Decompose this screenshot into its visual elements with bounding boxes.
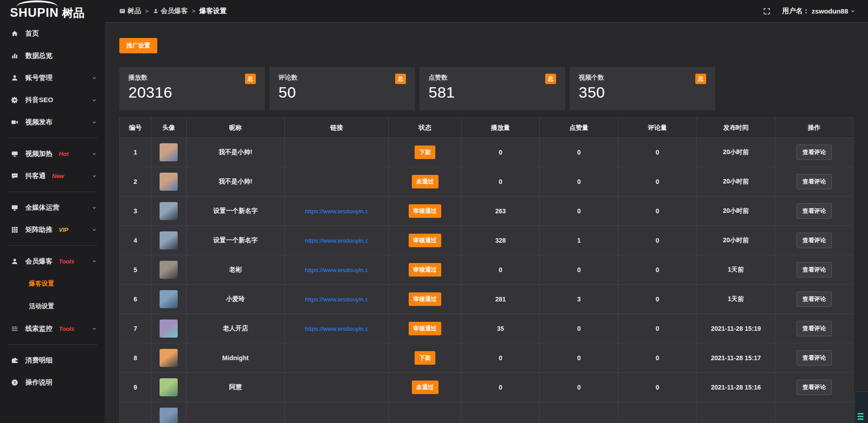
column-header-4: 状态 bbox=[389, 118, 462, 137]
cell-likes: 3 bbox=[540, 285, 618, 314]
chevron-down-icon bbox=[92, 151, 97, 156]
status-badge[interactable]: 未通过 bbox=[412, 381, 439, 394]
cell-avatar bbox=[151, 255, 187, 284]
cell-avatar bbox=[151, 226, 187, 255]
table-row-4: 4设置一个新名字https://www.iesdouyin.c审核通过32810… bbox=[120, 226, 853, 255]
status-badge[interactable]: 未通过 bbox=[412, 175, 439, 188]
video-link[interactable]: https://www.iesdouyin.c bbox=[305, 237, 368, 244]
view-comments-button[interactable]: 查看评论 bbox=[797, 350, 832, 366]
sidebar-item-member-baoke[interactable]: 会员爆客Tools bbox=[0, 250, 105, 273]
cell-plays: 0 bbox=[462, 343, 540, 372]
cell-likes: 1 bbox=[540, 226, 618, 255]
monitor-icon bbox=[11, 150, 19, 158]
cell-avatar bbox=[151, 285, 187, 314]
status-badge[interactable]: 审核通过 bbox=[409, 322, 441, 335]
fullscreen-icon[interactable] bbox=[763, 8, 770, 15]
sidebar-item-account-management[interactable]: 账号管理 bbox=[0, 67, 105, 89]
view-comments-button[interactable]: 查看评论 bbox=[797, 174, 832, 189]
sidebar-item-matrix-boost[interactable]: 矩阵助推VIP bbox=[0, 219, 105, 241]
app-logo[interactable]: SHUPIN 树品 bbox=[0, 0, 105, 23]
video-link[interactable]: https://www.iesdouyin.c bbox=[305, 325, 368, 332]
sidebar-item-data-overview[interactable]: 数据总览 bbox=[0, 45, 105, 67]
widget-bar bbox=[858, 416, 863, 417]
status-badge[interactable]: 审核通过 bbox=[409, 263, 441, 277]
cell-nickname: Midnight bbox=[187, 343, 285, 372]
sidebar-item-tag: Hot bbox=[59, 150, 69, 157]
stat-value: 50 bbox=[278, 84, 406, 101]
cell-plays: 263 bbox=[462, 197, 540, 226]
sidebar-item-media-operation[interactable]: 全媒体运营 bbox=[0, 197, 105, 219]
cell-avatar bbox=[151, 402, 187, 423]
cell-link: https://www.iesdouyin.c bbox=[285, 314, 389, 343]
sidebar-divider bbox=[7, 344, 98, 345]
sidebar-item-clue-monitor[interactable]: 线索监控Tools bbox=[0, 318, 105, 340]
view-comments-button[interactable]: 查看评论 bbox=[797, 145, 832, 160]
table-row-6: 6小爱玲https://www.iesdouyin.c审核通过281301天前查… bbox=[120, 284, 853, 314]
view-comments-button[interactable]: 查看评论 bbox=[797, 262, 832, 277]
breadcrumb-item-shupin[interactable]: 树品 bbox=[119, 7, 141, 15]
status-badge[interactable]: 审核通过 bbox=[409, 292, 441, 306]
cell-comments: 0 bbox=[618, 285, 697, 314]
status-badge[interactable]: 审核通过 bbox=[409, 234, 441, 247]
view-comments-button[interactable]: 查看评论 bbox=[797, 291, 832, 307]
cell-id: 7 bbox=[120, 314, 151, 343]
customer-service-widget[interactable] bbox=[854, 391, 868, 423]
total-badge: 总 bbox=[545, 74, 556, 84]
topbar-right: 用户名： zswodun88 bbox=[763, 7, 855, 15]
sidebar-subitem-activity-settings[interactable]: 活动设置 bbox=[0, 295, 105, 318]
cell-status: 未通过 bbox=[389, 167, 462, 196]
view-comments-button[interactable]: 查看评论 bbox=[797, 321, 832, 336]
video-link[interactable]: https://www.iesdouyin.c bbox=[305, 267, 368, 273]
sidebar-item-operation-guide[interactable]: ?操作说明 bbox=[0, 371, 105, 394]
status-badge[interactable]: 审核通过 bbox=[409, 204, 441, 218]
breadcrumb-item-member-baoke[interactable]: 会员爆客 bbox=[153, 7, 188, 15]
stat-card-comments: 评论数 50 总 bbox=[269, 67, 415, 110]
cell-action: 查看评论 bbox=[775, 138, 853, 167]
cell-plays: 328 bbox=[462, 226, 540, 255]
video-link[interactable]: https://www.iesdouyin.c bbox=[305, 208, 368, 215]
cell-id: 3 bbox=[120, 197, 151, 226]
sidebar-item-tag: Tools bbox=[59, 258, 74, 265]
avatar bbox=[160, 290, 178, 308]
view-comments-button[interactable]: 查看评论 bbox=[797, 380, 832, 395]
status-badge[interactable]: 下架 bbox=[415, 146, 435, 159]
sidebar-item-douyin-seo[interactable]: 抖音SEO bbox=[0, 89, 105, 111]
grid-icon bbox=[11, 226, 19, 234]
cell-plays: 0 bbox=[462, 138, 540, 167]
avatar bbox=[160, 320, 178, 338]
user-menu[interactable]: 用户名： zswodun88 bbox=[782, 7, 855, 15]
sidebar-nav: 首页数据总览账号管理抖音SEO视频发布视频加热Hot抖客通New全媒体运营矩阵助… bbox=[0, 23, 105, 394]
video-link[interactable]: https://www.iesdouyin.c bbox=[305, 296, 368, 303]
sidebar-item-consume-detail[interactable]: 消费明细 bbox=[0, 349, 105, 371]
cell-time: 20小时前 bbox=[697, 138, 775, 167]
chevron-down-icon bbox=[92, 205, 97, 210]
cell-plays bbox=[462, 402, 540, 423]
gear-icon bbox=[11, 96, 19, 104]
cell-comments: 0 bbox=[618, 138, 697, 167]
view-comments-button[interactable]: 查看评论 bbox=[797, 203, 832, 219]
sidebar-item-tag: Tools bbox=[59, 325, 74, 332]
cell-nickname: 设置一个新名字 bbox=[187, 226, 285, 255]
cell-action: 查看评论 bbox=[775, 167, 853, 196]
sidebar-subitem-baoke-settings[interactable]: 爆客设置 bbox=[0, 273, 105, 295]
sidebar-item-doukotong[interactable]: 抖客通New bbox=[0, 165, 105, 187]
person-icon bbox=[153, 8, 159, 14]
cell-time: 1天前 bbox=[697, 285, 775, 314]
cell-action: 查看评论 bbox=[775, 226, 853, 255]
sidebar-item-label: 操作说明 bbox=[25, 378, 52, 387]
cell-likes: 0 bbox=[540, 255, 618, 284]
table-header-row: 编号头像昵称链接状态播放量点赞量评论量发布时间操作 bbox=[120, 118, 853, 137]
table-row-5: 5老彬https://www.iesdouyin.c审核通过0001天前查看评论 bbox=[120, 255, 853, 284]
promo-settings-button[interactable]: 推广设置 bbox=[119, 38, 157, 53]
chevron-down-icon bbox=[92, 174, 97, 179]
cell-plays: 0 bbox=[462, 255, 540, 284]
sidebar-item-video-heat[interactable]: 视频加热Hot bbox=[0, 143, 105, 165]
cell-comments: 0 bbox=[618, 197, 697, 226]
topbar: 树品 > 会员爆客 > 爆客设置 用户名： zswodun88 bbox=[105, 0, 868, 23]
stat-card-plays: 播放数 20316 总 bbox=[119, 67, 265, 110]
sidebar-item-video-publish[interactable]: 视频发布 bbox=[0, 111, 105, 133]
status-badge[interactable]: 下架 bbox=[415, 351, 435, 365]
sidebar-item-home[interactable]: 首页 bbox=[0, 23, 105, 45]
cell-comments: 0 bbox=[618, 314, 697, 343]
view-comments-button[interactable]: 查看评论 bbox=[797, 233, 832, 248]
